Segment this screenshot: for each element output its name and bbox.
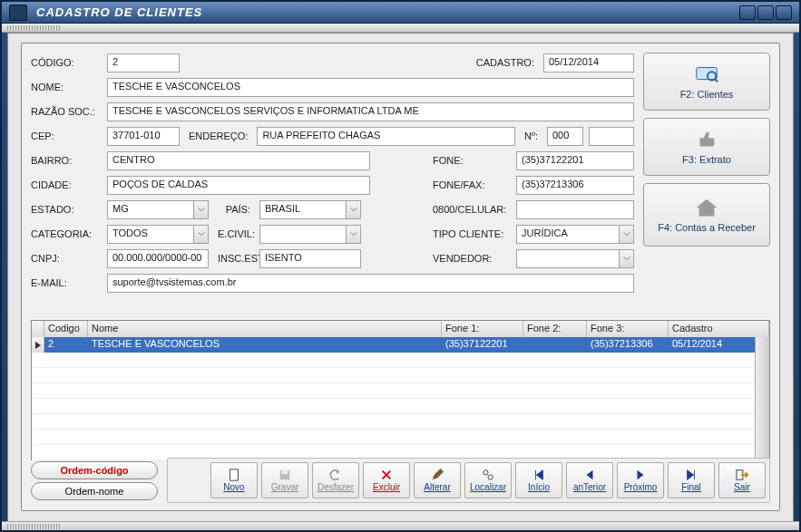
minimize-button[interactable] — [739, 5, 756, 20]
cidade-field[interactable]: POÇOS DE CALDAS — [107, 176, 370, 195]
thumbs-up-icon — [693, 129, 720, 150]
main-panel: CÓDIGO: 2 CADASTRO: 05/12/2014 NOME: TES… — [21, 43, 780, 511]
tipocliente-combo[interactable]: JURÍDICA — [516, 225, 634, 244]
svg-rect-5 — [282, 470, 288, 474]
sair-button[interactable]: Sair — [718, 462, 766, 498]
fone-field[interactable]: (35)37122201 — [516, 151, 634, 170]
label-cidade: CIDADE: — [31, 179, 102, 190]
numero-field[interactable]: 000 — [547, 127, 583, 146]
maximize-button[interactable] — [757, 5, 774, 20]
label-nome: NOME: — [31, 82, 102, 92]
label-vendedor: VENDEDOR: — [429, 253, 511, 264]
ecivil-combo[interactable] — [259, 225, 361, 244]
f2-clientes-button[interactable]: F2: Clientes — [643, 53, 770, 111]
endereco-field[interactable]: RUA PREFEITO CHAGAS — [257, 127, 515, 146]
label-celular: 0800/CELULAR: — [429, 204, 511, 215]
search-icon — [481, 469, 495, 481]
razao-field[interactable]: TESCHE E VASCONCELOS SERVIÇOS E INFORMAT… — [107, 102, 634, 121]
label-pais: PAÍS: — [214, 204, 254, 215]
next-icon — [633, 469, 648, 481]
label-bairro: BAIRRO: — [31, 155, 102, 166]
grid-col-nome[interactable]: Nome — [88, 321, 442, 337]
nome-field[interactable]: TESCHE E VASCONCELOS — [107, 78, 634, 97]
cnpj-field[interactable]: 00.000.000/0000-00 — [107, 249, 209, 268]
grid-col-fone3[interactable]: Fone 3: — [587, 321, 669, 337]
svg-point-7 — [488, 475, 493, 479]
label-fone: FONE: — [429, 155, 511, 166]
chevron-down-icon — [347, 200, 361, 219]
novo-button[interactable]: Novo — [210, 462, 258, 498]
form-area: CÓDIGO: 2 CADASTRO: 05/12/2014 NOME: TES… — [31, 53, 634, 315]
grid-marker-col — [32, 321, 44, 337]
label-tipocliente: TIPO CLIENTE: — [429, 228, 511, 239]
edit-icon — [430, 469, 444, 481]
client-area: CÓDIGO: 2 CADASTRO: 05/12/2014 NOME: TES… — [7, 33, 794, 525]
vendedor-combo[interactable] — [516, 249, 634, 268]
f4-contas-button[interactable]: F4: Contas a Receber — [643, 183, 770, 247]
prev-icon — [582, 469, 597, 481]
first-icon — [532, 469, 546, 481]
chevron-down-icon — [347, 225, 361, 244]
chevron-down-icon — [620, 249, 634, 268]
proximo-button[interactable]: Próximo — [617, 462, 664, 498]
complemento-field[interactable] — [589, 127, 634, 146]
inicio-button[interactable]: Início — [515, 462, 562, 498]
svg-line-2 — [714, 79, 718, 82]
grid-body[interactable]: 2 TESCHE E VASCONCELOS (35)37122201 (35)… — [32, 337, 769, 461]
cadastro-field[interactable]: 05/12/2014 — [543, 53, 634, 73]
last-icon — [684, 469, 698, 481]
alterar-button[interactable]: Alterar — [414, 462, 461, 498]
window-title: CADASTRO DE CLIENTES — [36, 5, 739, 19]
grid-col-fone2[interactable]: Fone 2: — [523, 321, 587, 337]
ordem-codigo-button[interactable]: Ordem-código — [31, 461, 158, 479]
app-window: CADASTRO DE CLIENTES CÓDIGO: 2 CADASTRO:… — [0, 0, 801, 532]
grid-row[interactable]: 2 TESCHE E VASCONCELOS (35)37122201 (35)… — [32, 337, 769, 353]
gravar-button[interactable]: Gravar — [261, 462, 308, 498]
label-fonefax: FONE/FAX: — [429, 179, 511, 190]
nav-panel: Novo Gravar Desfazer Excluir Alterar Loc… — [167, 458, 770, 503]
label-ecivil: E.CIVIL: — [214, 228, 254, 239]
label-cadastro: CADASTRO: — [473, 57, 538, 68]
desfazer-button[interactable]: Desfazer — [312, 462, 359, 498]
window-controls — [739, 5, 792, 20]
chevron-down-icon — [194, 200, 209, 219]
label-endereco: ENDEREÇO: — [185, 131, 251, 141]
clients-grid[interactable]: Codigo Nome Fone 1: Fone 2: Fone 3: Cada… — [31, 320, 770, 460]
save-icon — [278, 469, 292, 481]
final-button[interactable]: Final — [668, 462, 715, 498]
label-razao: RAZÃO SOC.: — [31, 106, 102, 117]
titlebar[interactable]: CADASTRO DE CLIENTES — [2, 2, 799, 24]
new-doc-icon — [227, 469, 241, 481]
excluir-button[interactable]: Excluir — [363, 462, 410, 498]
f3-extrato-button[interactable]: F3: Extrato — [643, 118, 770, 176]
anterior-button[interactable]: anTerior — [566, 462, 613, 498]
bairro-field[interactable]: CENTRO — [107, 151, 370, 170]
label-codigo: CÓDIGO: — [31, 57, 102, 68]
exit-icon — [735, 469, 749, 481]
vertical-scrollbar[interactable] — [755, 337, 769, 459]
grid-header: Codigo Nome Fone 1: Fone 2: Fone 3: Cada… — [32, 321, 769, 337]
close-button[interactable] — [776, 5, 792, 20]
cep-field[interactable]: 37701-010 — [107, 127, 180, 146]
ordem-nome-button[interactable]: Ordem-nome — [31, 482, 158, 500]
pais-combo[interactable]: BRASIL — [259, 200, 361, 219]
localizar-button[interactable]: Localizar — [464, 462, 512, 498]
celular-field[interactable] — [516, 200, 634, 219]
grid-col-codigo[interactable]: Codigo — [44, 321, 88, 337]
side-buttons: F2: Clientes F3: Extrato F4: Contas a Re… — [643, 53, 770, 247]
svg-rect-3 — [230, 469, 239, 480]
categoria-combo[interactable]: TODOS — [107, 225, 209, 244]
label-estado: ESTADO: — [31, 204, 102, 215]
grid-col-fone1[interactable]: Fone 1: — [442, 321, 523, 337]
row-indicator-icon — [32, 337, 44, 353]
fonefax-field[interactable]: (35)37213306 — [516, 176, 634, 195]
email-field[interactable]: suporte@tvsistemas.com.br — [107, 274, 634, 293]
label-inscest: INSC.EST: — [214, 253, 254, 264]
codigo-field[interactable]: 2 — [107, 53, 180, 73]
estado-combo[interactable]: MG — [107, 200, 209, 219]
inscest-field[interactable]: ISENTO — [259, 249, 361, 268]
grid-col-cadastro[interactable]: Cadastro — [669, 321, 769, 337]
svg-point-6 — [484, 470, 488, 475]
status-bar — [2, 521, 799, 530]
system-menu-icon[interactable] — [9, 5, 27, 21]
